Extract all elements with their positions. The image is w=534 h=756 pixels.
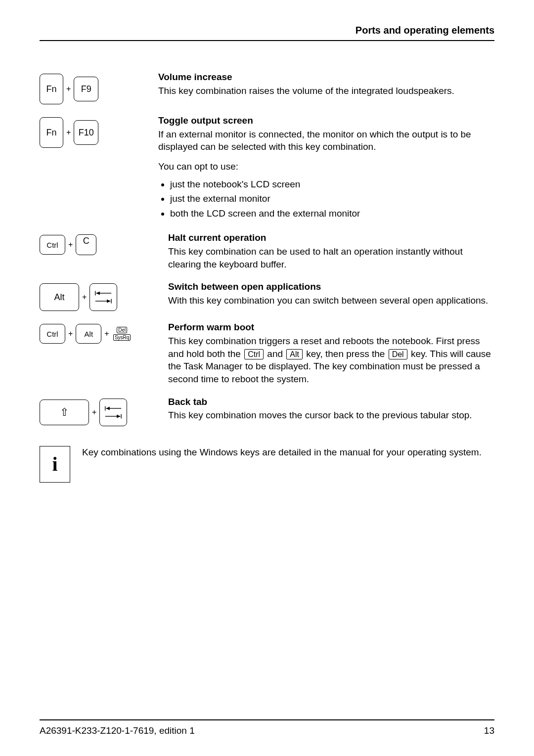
inline-key-del: Del [389, 349, 407, 359]
section-warm-boot: Ctrl + Alt + Del SysRq Perform warm boot… [40, 321, 494, 385]
key-del-label: Del [117, 327, 127, 333]
title-switch-apps: Switch between open applications [168, 280, 494, 293]
footer-page-number: 13 [484, 725, 494, 736]
inline-key-alt: Alt [286, 349, 303, 359]
plus-icon: + [104, 329, 109, 338]
key-del-sysrq: Del SysRq [112, 324, 132, 344]
desc-back-tab: This key combination moves the cursor ba… [168, 409, 494, 422]
desc-switch-apps: With this key combination you can switch… [168, 294, 494, 307]
key-sysrq-label: SysRq [113, 334, 131, 341]
warm-boot-text-mid1: and [267, 349, 285, 359]
key-combo-ctrl-c: Ctrl + C [40, 231, 168, 270]
shift-arrow-icon: ⇧ [60, 406, 69, 419]
title-back-tab: Back tab [168, 396, 494, 408]
page-footer: A26391-K233-Z120-1-7619, edition 1 13 [40, 719, 494, 736]
desc-toggle-output: If an external monitor is connected, the… [158, 128, 494, 153]
title-warm-boot: Perform warm boot [168, 321, 494, 334]
list-item: just the notebook's LCD screen [170, 178, 494, 191]
section-halt-operation: Ctrl + C Halt current operation This key… [40, 231, 494, 270]
info-text: Key combinations using the Windows keys … [82, 446, 482, 483]
tab-left-arrow-icon [94, 290, 112, 296]
key-alt: Alt [76, 324, 101, 344]
output-options-list: just the notebook's LCD screen just the … [170, 178, 494, 220]
info-note: i Key combinations using the Windows key… [40, 446, 494, 483]
key-f10: F10 [74, 120, 98, 145]
plus-icon: + [66, 85, 71, 93]
key-combo-fn-f10: Fn + F10 [40, 114, 158, 222]
key-alt: Alt [40, 283, 79, 311]
warm-boot-text-mid2: key, then press the [306, 349, 387, 359]
section-volume-increase: Fn + F9 Volume increase This key combina… [40, 71, 494, 104]
desc-halt-operation: This key combination can be used to halt… [168, 245, 494, 270]
plus-icon: + [92, 408, 96, 417]
tab-right-arrow-icon [94, 298, 112, 304]
desc-warm-boot: This key combination triggers a reset an… [168, 335, 494, 386]
page-header: Ports and operating elements [40, 25, 494, 41]
plus-icon: + [66, 128, 71, 137]
plus-icon: + [68, 329, 73, 338]
key-fn: Fn [40, 74, 63, 104]
document-page: Ports and operating elements Fn + F9 Vol… [0, 0, 534, 756]
key-combo-ctrl-alt-del: Ctrl + Alt + Del SysRq [40, 321, 168, 385]
svg-marker-5 [107, 300, 111, 303]
key-c: C [76, 234, 96, 255]
inline-key-ctrl: Ctrl [244, 349, 264, 359]
key-combo-alt-tab: Alt + [40, 280, 168, 311]
section-toggle-output: Fn + F10 Toggle output screen If an exte… [40, 114, 494, 222]
key-combo-fn-f9: Fn + F9 [40, 71, 158, 104]
title-toggle-output: Toggle output screen [158, 114, 494, 127]
footer-doc-id: A26391-K233-Z120-1-7619, edition 1 [40, 725, 195, 736]
tab-right-arrow-icon [104, 413, 122, 419]
tab-left-arrow-icon [104, 405, 122, 411]
key-shift: ⇧ [40, 400, 89, 425]
key-tab [89, 283, 117, 311]
svg-marker-2 [96, 292, 100, 295]
title-halt-operation: Halt current operation [168, 231, 494, 244]
plus-icon: + [82, 293, 87, 302]
section-back-tab: ⇧ + Back tab This key combination moves … [40, 396, 494, 426]
svg-marker-8 [106, 406, 110, 410]
key-ctrl: Ctrl [40, 235, 65, 255]
key-combo-shift-tab: ⇧ + [40, 396, 168, 426]
list-item: just the external monitor [170, 192, 494, 205]
svg-marker-11 [117, 414, 121, 418]
desc-volume-increase: This key combination raises the volume o… [158, 85, 494, 97]
key-ctrl: Ctrl [40, 324, 65, 344]
title-volume-increase: Volume increase [158, 71, 494, 84]
key-f9: F9 [74, 77, 98, 101]
list-item: both the LCD screen and the external mon… [170, 207, 494, 220]
info-icon: i [40, 446, 70, 483]
key-tab [99, 399, 127, 426]
key-fn: Fn [40, 117, 63, 148]
section-switch-apps: Alt + Switch between open applications W… [40, 280, 494, 311]
plus-icon: + [68, 240, 73, 249]
opt-intro: You can opt to use: [158, 160, 494, 173]
